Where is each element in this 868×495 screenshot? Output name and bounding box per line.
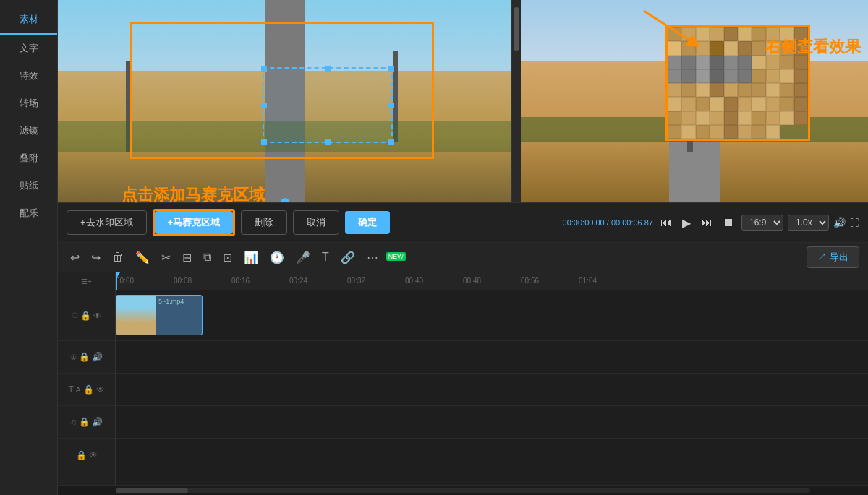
sidebar-item-material[interactable]: 素材 bbox=[0, 6, 57, 35]
redo-button[interactable]: ↪ bbox=[88, 249, 104, 267]
cut-button[interactable]: ✂ bbox=[158, 249, 174, 267]
delete-clip-button[interactable]: 🗑 bbox=[109, 249, 127, 266]
delete-button[interactable]: 删除 bbox=[241, 210, 287, 235]
copy-button[interactable]: ⧉ bbox=[200, 249, 215, 266]
confirm-button[interactable]: 确定 bbox=[345, 211, 390, 234]
arrow-to-mosaic bbox=[644, 11, 709, 53]
export-button[interactable]: ↗ 导出 bbox=[807, 246, 859, 268]
mosaic-cell bbox=[752, 111, 765, 125]
mosaic-cell bbox=[696, 111, 710, 125]
vegetation bbox=[58, 121, 511, 152]
fullscreen-icon[interactable]: ⛶ bbox=[850, 218, 859, 228]
chart-button[interactable]: 📊 bbox=[240, 249, 262, 267]
ruler-104: 01:04 bbox=[579, 277, 597, 285]
aspect-ratio-select[interactable]: 16:9 bbox=[741, 215, 783, 231]
text-button[interactable]: T bbox=[318, 249, 333, 266]
audio-icon-4[interactable]: 🔊 bbox=[92, 417, 103, 427]
prev-frame-button[interactable]: ⏮ bbox=[658, 215, 675, 231]
crop-button[interactable]: ⊡ bbox=[219, 249, 236, 267]
mosaic-cell bbox=[668, 125, 681, 139]
add-watermark-button[interactable]: +去水印区域 bbox=[67, 210, 147, 235]
clock-button[interactable]: 🕐 bbox=[266, 249, 288, 267]
lock-icon-1[interactable]: 🔒 bbox=[80, 311, 91, 321]
sidebar-item-filter[interactable]: 滤镜 bbox=[0, 117, 57, 145]
mosaic-cell bbox=[766, 69, 780, 83]
mosaic-cell bbox=[710, 83, 723, 97]
clip-thumbnail bbox=[116, 296, 156, 335]
mosaic-cell bbox=[724, 125, 738, 139]
audio-track bbox=[116, 341, 868, 374]
sidebar-item-text[interactable]: 文字 bbox=[0, 35, 57, 62]
preview-left[interactable] bbox=[58, 0, 512, 202]
link-button[interactable]: 🔗 bbox=[337, 249, 359, 267]
mic-button[interactable]: 🎤 bbox=[292, 249, 314, 267]
more-button[interactable]: ⋯ bbox=[363, 249, 382, 267]
undo-button[interactable]: ↩ bbox=[67, 249, 83, 267]
play-button[interactable]: ▶ bbox=[679, 215, 694, 231]
lock-icon-4[interactable]: 🔒 bbox=[79, 417, 90, 427]
mosaic-cell bbox=[724, 27, 738, 41]
eye-icon-3[interactable]: 👁 bbox=[96, 384, 105, 395]
mosaic-cell bbox=[710, 97, 723, 111]
sidebar-item-music[interactable]: 配乐 bbox=[0, 199, 57, 227]
video-clip[interactable]: 5~1.mp4 bbox=[116, 295, 203, 335]
mosaic-cell bbox=[752, 56, 765, 69]
mosaic-cell bbox=[696, 83, 710, 97]
mosaic-cell bbox=[696, 69, 710, 83]
split-button[interactable]: ⊟ bbox=[179, 249, 195, 267]
stop-button[interactable]: ⏹ bbox=[720, 215, 737, 231]
timeline-indicator bbox=[281, 198, 289, 202]
audio-icon-2[interactable]: 🔊 bbox=[92, 352, 103, 362]
mosaic-cell bbox=[668, 97, 681, 111]
music-track bbox=[116, 406, 868, 439]
mosaic-cell bbox=[681, 56, 695, 69]
mosaic-cell bbox=[724, 83, 738, 97]
preview-right: 右侧查看效果 bbox=[521, 0, 868, 202]
export-label: 导出 bbox=[830, 251, 848, 262]
scrollbar-track[interactable] bbox=[116, 488, 810, 493]
mosaic-cell bbox=[724, 97, 738, 111]
mosaic-cell bbox=[738, 56, 752, 69]
ruler-marks: 00:00 00:08 00:16 00:24 00:32 00:40 00:4… bbox=[116, 272, 868, 290]
eye-icon-5[interactable]: 👁 bbox=[89, 450, 98, 460]
sidebar-item-effects[interactable]: 特效 bbox=[0, 62, 57, 90]
mosaic-cell bbox=[710, 111, 723, 125]
sidebar-item-overlay[interactable]: 叠附 bbox=[0, 145, 57, 172]
new-badge: NEW bbox=[386, 252, 406, 261]
track-2-label: ① bbox=[70, 353, 77, 361]
svg-line-0 bbox=[644, 11, 694, 43]
add-track-icon[interactable]: ☰+ bbox=[81, 277, 92, 285]
right-annotation-text: 右侧查看效果 bbox=[765, 36, 861, 58]
mosaic-cell bbox=[738, 69, 752, 83]
lock-icon-3[interactable]: 🔒 bbox=[83, 384, 94, 395]
track-labels: ① 🔒 👁 ① 🔒 🔊 T A 🔒 👁 bbox=[58, 290, 116, 485]
edit-button[interactable]: ✏️ bbox=[132, 249, 153, 267]
preview-scrollbar[interactable] bbox=[512, 0, 521, 202]
mosaic-cell bbox=[696, 97, 710, 111]
mosaic-cell bbox=[738, 41, 752, 55]
total-time: 00:00:06.87 bbox=[611, 218, 653, 227]
mosaic-cell bbox=[794, 111, 808, 125]
mosaic-cell bbox=[794, 97, 808, 111]
timeline-ruler: ☰+ 00:00 00:08 00:16 00:24 00:32 00:40 0… bbox=[58, 272, 868, 290]
ruler-8: 00:08 bbox=[174, 277, 192, 285]
eye-icon-1[interactable]: 👁 bbox=[93, 311, 102, 321]
time-display: 00:00:00.00 / 00:00:06.87 bbox=[563, 218, 653, 227]
lock-icon-5[interactable]: 🔒 bbox=[76, 450, 87, 460]
audio-track-label: ① 🔒 🔊 bbox=[58, 341, 115, 374]
video-track[interactable]: 5~1.mp4 bbox=[116, 290, 868, 341]
scrollbar-handle[interactable] bbox=[116, 488, 188, 493]
next-frame-button[interactable]: ⏭ bbox=[698, 215, 715, 231]
cancel-button[interactable]: 取消 bbox=[293, 210, 339, 235]
speed-select[interactable]: 1.0x bbox=[788, 215, 829, 231]
sidebar-item-sticker[interactable]: 贴纸 bbox=[0, 172, 57, 199]
add-mosaic-button[interactable]: +马赛克区域 bbox=[155, 211, 234, 234]
lock-icon-2[interactable]: 🔒 bbox=[79, 352, 90, 362]
mosaic-cell bbox=[794, 69, 808, 83]
player-controls: 00:00:00.00 / 00:00:06.87 ⏮ ▶ ⏭ ⏹ 16:9 1… bbox=[563, 215, 859, 231]
scrollbar-thumb[interactable] bbox=[514, 7, 519, 51]
mosaic-cell bbox=[681, 83, 695, 97]
tracks-container: ① 🔒 👁 ① 🔒 🔊 T A 🔒 👁 bbox=[58, 290, 868, 485]
sidebar-item-transition[interactable]: 转场 bbox=[0, 90, 57, 117]
mosaic-cell bbox=[752, 83, 765, 97]
